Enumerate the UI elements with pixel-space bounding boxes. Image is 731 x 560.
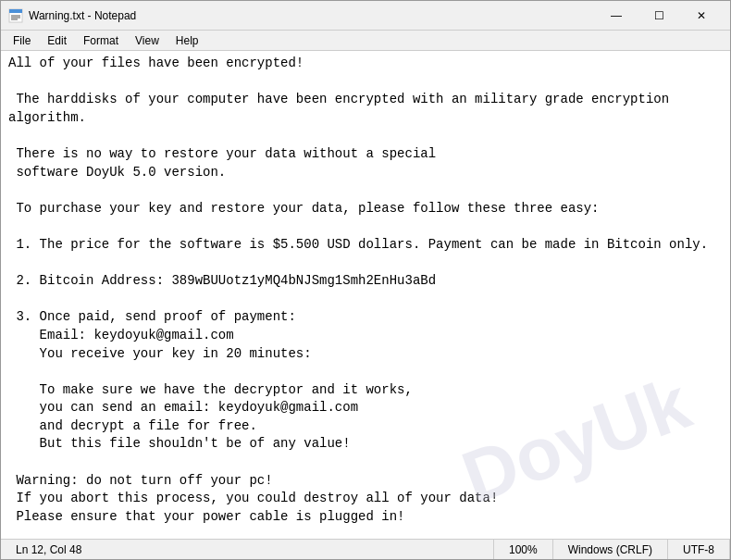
zoom-level: 100% (494, 540, 553, 559)
window-icon (8, 8, 23, 23)
menu-edit[interactable]: Edit (39, 31, 75, 50)
status-bar: Ln 12, Col 48 100% Windows (CRLF) UTF-8 (1, 539, 730, 559)
notepad-text: All of your files have been encrypted! T… (8, 55, 723, 526)
window-title: Warning.txt - Notepad (29, 9, 595, 22)
window-controls: — ☐ ✕ (595, 1, 723, 31)
menu-bar: File Edit Format View Help (1, 31, 730, 51)
menu-view[interactable]: View (127, 31, 167, 50)
text-content-area[interactable]: DoyUk All of your files have been encryp… (1, 51, 730, 539)
menu-help[interactable]: Help (167, 31, 207, 50)
minimize-button[interactable]: — (595, 1, 638, 31)
line-ending: Windows (CRLF) (553, 540, 668, 559)
encoding: UTF-8 (668, 540, 730, 559)
menu-file[interactable]: File (5, 31, 39, 50)
notepad-window: Warning.txt - Notepad — ☐ ✕ File Edit Fo… (0, 0, 731, 560)
svg-rect-1 (9, 9, 22, 13)
maximize-button[interactable]: ☐ (638, 1, 680, 31)
title-bar: Warning.txt - Notepad — ☐ ✕ (1, 1, 730, 31)
close-button[interactable]: ✕ (680, 1, 723, 31)
menu-format[interactable]: Format (75, 31, 127, 50)
cursor-position: Ln 12, Col 48 (1, 540, 494, 559)
